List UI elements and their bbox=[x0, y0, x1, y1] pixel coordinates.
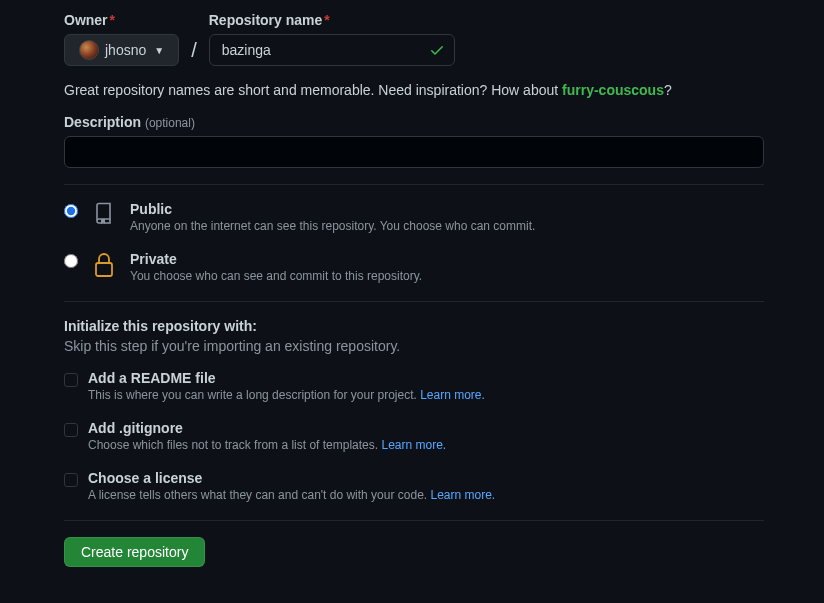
create-repository-button[interactable]: Create repository bbox=[64, 537, 205, 567]
license-title: Choose a license bbox=[88, 470, 495, 486]
visibility-public-radio[interactable] bbox=[64, 204, 78, 218]
private-desc: You choose who can see and commit to thi… bbox=[130, 269, 422, 283]
owner-select[interactable]: jhosno ▼ bbox=[64, 34, 179, 66]
check-icon bbox=[429, 42, 445, 61]
gitignore-desc: Choose which files not to track from a l… bbox=[88, 438, 446, 452]
public-desc: Anyone on the internet can see this repo… bbox=[130, 219, 535, 233]
description-label: Description (optional) bbox=[64, 114, 764, 130]
name-hint: Great repository names are short and mem… bbox=[64, 82, 764, 98]
svg-rect-0 bbox=[96, 263, 112, 276]
repo-name-label: Repository name* bbox=[209, 12, 455, 28]
private-title: Private bbox=[130, 251, 422, 267]
lock-icon bbox=[90, 251, 118, 279]
owner-label: Owner* bbox=[64, 12, 179, 28]
owner-username: jhosno bbox=[105, 42, 146, 58]
gitignore-checkbox[interactable] bbox=[64, 423, 78, 437]
suggestion-link[interactable]: furry-couscous bbox=[562, 82, 664, 98]
public-title: Public bbox=[130, 201, 535, 217]
avatar-icon bbox=[79, 40, 99, 60]
license-checkbox[interactable] bbox=[64, 473, 78, 487]
readme-title: Add a README file bbox=[88, 370, 485, 386]
visibility-private-radio[interactable] bbox=[64, 254, 78, 268]
divider bbox=[64, 301, 764, 302]
license-desc: A license tells others what they can and… bbox=[88, 488, 495, 502]
divider bbox=[64, 520, 764, 521]
slash-separator: / bbox=[187, 35, 201, 62]
init-title: Initialize this repository with: bbox=[64, 318, 764, 334]
readme-desc: This is where you can write a long descr… bbox=[88, 388, 485, 402]
caret-down-icon: ▼ bbox=[154, 45, 164, 56]
divider bbox=[64, 184, 764, 185]
description-input[interactable] bbox=[64, 136, 764, 168]
gitignore-title: Add .gitignore bbox=[88, 420, 446, 436]
gitignore-learn-more-link[interactable]: Learn more. bbox=[381, 438, 446, 452]
license-learn-more-link[interactable]: Learn more. bbox=[431, 488, 496, 502]
repo-name-input[interactable] bbox=[209, 34, 455, 66]
readme-checkbox[interactable] bbox=[64, 373, 78, 387]
readme-learn-more-link[interactable]: Learn more. bbox=[420, 388, 485, 402]
init-subtitle: Skip this step if you're importing an ex… bbox=[64, 338, 764, 354]
repo-icon bbox=[90, 201, 118, 225]
